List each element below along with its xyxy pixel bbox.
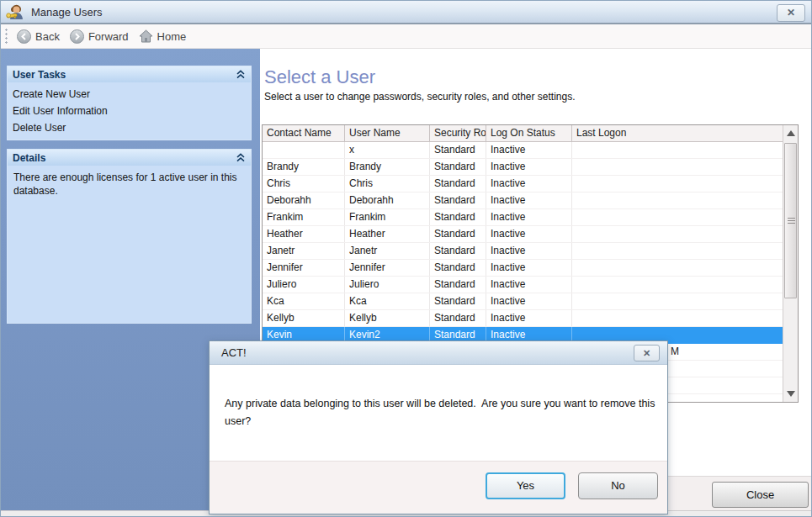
cell-security-role: Standard [430,193,486,208]
dialog-message: Any private data belonging to this user … [225,395,664,430]
cell-last-logon [572,277,783,293]
window-close-button[interactable]: ✕ [777,4,805,22]
cell-last-logon [572,293,783,309]
back-icon [17,29,31,44]
back-label: Back [35,30,60,43]
dialog-close-button[interactable]: ✕ [634,345,660,361]
cell-security-role: Standard [430,226,486,242]
yes-button[interactable]: Yes [486,472,565,499]
cell-user-name: Kca [345,293,430,309]
cell-user-name: Kellyb [345,310,430,326]
table-row[interactable]: DeborahhDeborahhStandardInactive [263,193,783,209]
cell-contact-name: Juliero [263,277,345,293]
home-label: Home [157,30,187,43]
scrollbar-thumb[interactable] [784,143,797,298]
cell-contact-name: Kca [263,293,345,309]
cell-user-name: Heather [345,226,430,242]
cell-log-on-status: Inactive [486,293,572,309]
cell-contact-name: Heather [263,226,345,242]
table-row[interactable]: BrandyBrandyStandardInactive [263,159,783,176]
cell-contact-name: Chris [263,176,345,192]
scroll-down-arrow-icon[interactable] [787,391,795,397]
cell-contact-name: Deborahh [263,193,345,208]
forward-icon [70,29,84,44]
table-row[interactable]: HeatherHeatherStandardInactive [263,226,783,243]
details-body: There are enough licenses for 1 active u… [8,166,251,323]
manage-users-window: Manage Users ✕ Back Forward Home [0,0,812,517]
forward-button[interactable]: Forward [67,26,136,46]
table-row[interactable]: ChrisChrisStandardInactive [263,176,783,193]
dialog-title: ACT! [221,346,247,359]
close-button[interactable]: Close [712,482,809,508]
no-button[interactable]: No [578,472,658,499]
toolbar-grip-handle[interactable] [5,28,8,45]
cell-contact-name: Jennifer [263,260,345,276]
cell-user-name: Jennifer [345,260,430,276]
scroll-up-arrow-icon[interactable] [787,130,795,136]
table-row[interactable]: FrankimFrankimStandardInactive [263,209,783,226]
cell-security-role: Standard [430,293,486,309]
license-info-text: There are enough licenses for 1 active u… [13,169,251,198]
cell-user-name: Juliero [345,277,430,293]
window-title: Manage Users [31,6,103,18]
table-row[interactable]: KcaKcaStandardInactive [263,293,783,310]
column-header-security-role[interactable]: Security Role [430,125,486,141]
cell-last-logon [572,310,783,326]
table-row[interactable]: JulieroJulieroStandardInactive [263,277,783,293]
cell-log-on-status: Inactive [486,159,572,175]
details-header[interactable]: Details [8,150,251,166]
column-header-contact-name[interactable]: Contact Name [263,125,345,141]
cell-last-logon [572,260,783,276]
cell-last-logon [572,226,783,242]
home-button[interactable]: Home [136,26,194,46]
cell-security-role: Standard [430,243,486,259]
back-button[interactable]: Back [14,26,67,46]
column-header-user-name[interactable]: User Name [345,125,430,141]
table-row[interactable]: JanetrJanetrStandardInactive [263,243,783,260]
collapse-chevron-icon[interactable] [236,70,246,79]
table-row[interactable]: KellybKellybStandardInactive [263,310,783,327]
cell-last-logon [572,176,783,192]
cell-log-on-status: Inactive [486,176,572,192]
column-header-last-logon[interactable]: Last Logon [572,125,798,141]
home-icon [139,29,153,43]
cell-log-on-status: Inactive [486,310,572,326]
user-tasks-body: Create New User Edit User Information De… [8,82,251,140]
cell-security-role: Standard [430,142,486,158]
details-title: Details [13,152,45,164]
cell-user-name: Janetr [345,243,430,259]
confirm-delete-dialog: ACT! ✕ Any private data belonging to thi… [209,340,668,514]
user-key-icon [5,3,27,21]
cell-last-logon [572,209,783,225]
collapse-chevron-icon[interactable] [236,153,246,162]
table-row[interactable]: JenniferJenniferStandardInactive [263,260,783,277]
title-bar: Manage Users ✕ [1,1,812,24]
table-vertical-scrollbar[interactable] [783,125,798,402]
cell-user-name: Deborahh [345,193,430,208]
sidebar-item-create-new-user[interactable]: Create New User [13,86,251,103]
cell-last-logon [572,142,783,158]
sidebar-item-edit-user-information[interactable]: Edit User Information [13,103,251,119]
user-tasks-title: User Tasks [13,69,66,81]
scrollbar-grip-icon [788,218,795,225]
cell-last-logon [572,243,783,259]
cell-security-role: Standard [430,277,486,293]
navigation-toolbar: Back Forward Home [1,24,812,49]
cell-user-name: Frankim [345,209,430,225]
sidebar-item-delete-user[interactable]: Delete User [13,119,251,136]
forward-label: Forward [88,30,129,43]
user-tasks-header[interactable]: User Tasks [8,66,251,82]
cell-log-on-status: Inactive [486,209,572,225]
cell-log-on-status: Inactive [486,142,572,158]
cell-contact-name: Kellyb [263,310,345,326]
cell-security-role: Standard [430,176,486,192]
page-title: Select a User [264,66,375,88]
cell-contact-name: Frankim [263,209,345,225]
cell-log-on-status: Inactive [486,243,572,259]
cell-last-logon [572,159,783,175]
column-header-log-on-status[interactable]: Log On Status [486,125,572,141]
cell-log-on-status: Inactive [486,277,572,293]
cell-log-on-status: Inactive [486,260,572,276]
table-header-row: Contact Name User Name Security Role Log… [263,125,798,142]
table-row[interactable]: xStandardInactive [263,142,783,159]
